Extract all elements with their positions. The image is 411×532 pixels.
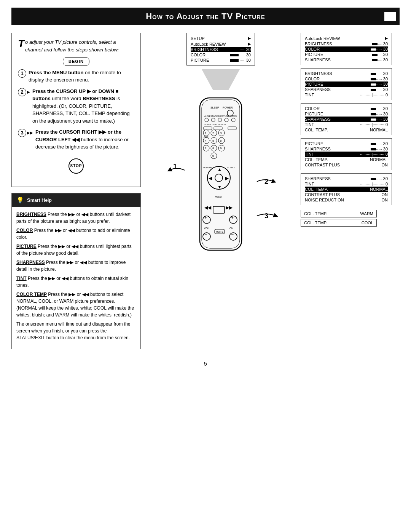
right-panel-1: AutoLock REVIEW▶ BRIGHTNESS ······· 30 C…: [301, 33, 392, 65]
color-temp-label: COLOR TEMP: [16, 292, 47, 297]
svg-text:+: +: [204, 215, 207, 220]
menu-row-color: COLOR ······· 30: [191, 52, 251, 58]
right-panel-4: PICTURE ······· 30 SHARPNESS ······· 30 …: [301, 138, 392, 170]
picture-bar: [230, 59, 239, 62]
rp4-picture: PICTURE ······· 30: [305, 141, 388, 146]
rp1-autolock: AutoLock REVIEW▶: [305, 35, 388, 41]
menu-row-autolock: AutoLock REVIEW ▶: [191, 41, 251, 47]
page-number: 5: [11, 361, 400, 367]
rp1-color: COLOR ······· 30: [305, 46, 388, 52]
remote-area: SETUP ▶ AutoLock REVIEW ▶ BRIGHTNESS: [148, 33, 293, 263]
color-bar: [230, 54, 239, 56]
svg-text:8: 8: [212, 147, 214, 150]
rp3-color: COLOR ······· 30: [305, 106, 388, 111]
step-2-arrows: ▶: [27, 89, 30, 95]
drop-cap: T: [18, 38, 24, 49]
svg-text:MUTE: MUTE: [216, 230, 223, 233]
help-tint: TINT Press the ▶▶ or ◀◀ buttons to obtai…: [16, 275, 136, 289]
right-panel-5: SHARPNESS ······· 30 TINT ··········|···…: [301, 173, 392, 205]
instruction-box: To adjust your TV picture controls, sele…: [11, 33, 141, 187]
help-brightness: BRIGHTNESS Press the ▶▶ or ◀◀ buttons un…: [16, 211, 136, 225]
svg-text:CH: CH: [229, 227, 233, 230]
temp-warm-row: COL. TEMP. WARM: [301, 210, 377, 217]
rp5-contrast: CONTRAST PLUS ON: [305, 192, 388, 197]
step-3-arrows: ▶▶: [27, 130, 33, 136]
tint-label: TINT: [16, 276, 27, 281]
svg-text:MENU: MENU: [215, 196, 222, 198]
bulb-icon: 💡: [16, 196, 24, 205]
svg-text:SURF II: SURF II: [227, 166, 236, 169]
remote-svg: SLEEP POWER A.CH STATUS/EXIT CH CLOCK TV…: [185, 94, 257, 262]
step-3-content: Press the CURSOR RIGHT ▶▶ or the CURSOR …: [35, 128, 134, 151]
rp2-color: COLOR ······· 30: [305, 76, 388, 81]
begin-badge: BEGIN: [63, 57, 89, 66]
corner-decoration: [384, 12, 396, 21]
rp2-tint: TINT ··········|·········· 0: [305, 92, 388, 97]
svg-text:1: 1: [205, 131, 207, 135]
picture-label: PICTURE: [16, 244, 37, 249]
svg-rect-2: [202, 100, 240, 248]
step-2-content: Press the CURSOR UP ▶ or DOWN ■ buttons …: [32, 88, 134, 125]
svg-text:VOLUME: VOLUME: [203, 166, 212, 169]
svg-text:◀◀: ◀◀: [204, 205, 212, 210]
rp1-picture: PICTURE ······· 30: [305, 52, 388, 57]
right-panel-2: BRIGHTNESS ······· 30 COLOR ······· 30 P…: [301, 68, 392, 100]
step-1-bold: Press the MENU button: [29, 70, 83, 75]
help-section: BRIGHTNESS Press the ▶▶ or ◀◀ buttons un…: [12, 211, 140, 341]
rp5-coltemp: COL. TEMP. NORMAL: [305, 187, 388, 192]
step-2: 2 ▶ Press the CURSOR UP ▶ or DOWN ■ butt…: [18, 88, 134, 125]
svg-text:3: 3: [220, 131, 222, 135]
svg-text:TV  RECORD      TV/VCR: TV RECORD TV/VCR: [204, 123, 226, 126]
svg-text:0: 0: [212, 154, 214, 158]
step-1: 1 Press the MENU button on the remote to…: [18, 69, 134, 84]
rp5-tint: TINT ··········|·········· 0: [305, 181, 388, 187]
center-section: SETUP ▶ AutoLock REVIEW ▶ BRIGHTNESS: [148, 33, 293, 263]
svg-text:▼: ▼: [217, 184, 222, 190]
rp5-sharpness: SHARPNESS ······· 30: [305, 176, 388, 181]
svg-text:POWER: POWER: [223, 106, 233, 109]
help-picture: PICTURE Press the ▶▶ or ◀◀ buttons until…: [16, 243, 136, 257]
svg-text:◀: ◀: [209, 176, 212, 181]
floating-top-panel: SETUP ▶ AutoLock REVIEW ▶ BRIGHTNESS: [186, 33, 255, 90]
brightness-label: BRIGHTNESS: [16, 212, 46, 217]
svg-text:SLEEP: SLEEP: [210, 106, 219, 109]
rp1-sharpness: SHARPNESS ······· 30: [305, 57, 388, 62]
svg-text:−: −: [204, 232, 207, 237]
svg-text:6: 6: [220, 139, 222, 142]
right-panel-3: COLOR ······· 30 PICTURE ······· 30 SHAR…: [301, 103, 392, 135]
rp4-coltemp: COL. TEMP. NORMAL: [305, 157, 388, 162]
smart-help-title: Smart Help: [27, 197, 52, 204]
svg-text:5: 5: [212, 139, 214, 142]
step-3-num: 3: [18, 129, 26, 137]
step-1-num: 1: [18, 69, 26, 78]
rp4-sharpness: SHARPNESS ······· 30: [305, 146, 388, 152]
color-label: COLOR: [16, 228, 33, 233]
svg-text:VOL: VOL: [204, 227, 209, 230]
top-menu-panel: SETUP ▶ AutoLock REVIEW ▶ BRIGHTNESS: [186, 33, 255, 66]
menu-row-brightness: BRIGHTNESS ······· 30: [191, 47, 251, 52]
help-sharpness: SHARPNESS Press the ▶▶ or ◀◀ buttons to …: [16, 259, 136, 273]
help-color-temp: COLOR TEMP Press the ▶▶ or ◀◀ buttons to…: [16, 291, 136, 318]
beam-shape: [186, 69, 255, 90]
step-3-bold: Press the CURSOR RIGHT ▶▶ or the CURSOR …: [35, 129, 121, 142]
intro-text: To adjust your TV picture controls, sele…: [18, 38, 134, 53]
svg-text:▶: ▶: [225, 176, 229, 181]
svg-text:−: −: [231, 232, 234, 237]
left-column: To adjust your TV picture controls, sele…: [11, 33, 141, 349]
arrow-left-1: [167, 165, 186, 177]
temp-cool-row: COL. TEMP. COOL: [301, 219, 377, 227]
svg-text:A.CH STATUS/EXIT CH CLOCK: A.CH STATUS/EXIT CH CLOCK: [204, 115, 237, 117]
smart-help-box: 💡 Smart Help BRIGHTNESS Press the ▶▶ or …: [11, 193, 141, 349]
step-1-content: Press the MENU button on the remote to d…: [29, 69, 134, 84]
title-bar: How to Adjust the TV Picture: [11, 8, 400, 25]
menu-row-setup: SETUP ▶: [191, 35, 251, 41]
svg-text:9: 9: [220, 147, 222, 150]
rp3-coltemp: COL. TEMP. NORMAL: [305, 127, 388, 133]
rp4-tint: TINT ··········|·········· 0: [305, 152, 388, 157]
smart-help-header: 💡 Smart Help: [12, 193, 140, 207]
remote-container: 1 2 3 SLEEP POWER A.CH STATUS/EXIT CH CL…: [185, 94, 257, 263]
arrow-right-2: [255, 176, 276, 189]
help-color: COLOR Press the ▶▶ or ◀◀ buttons to add …: [16, 227, 136, 241]
right-panel-6: COL. TEMP. WARM COL. TEMP. COOL: [301, 210, 400, 227]
rp4-contrast: CONTRAST PLUS ON: [305, 162, 388, 168]
